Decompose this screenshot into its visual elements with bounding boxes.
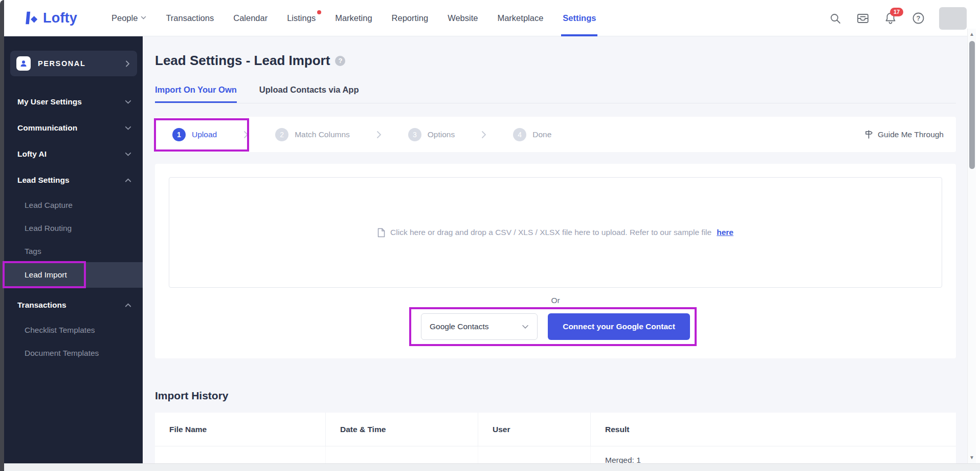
- step-match-columns: 2 Match Columns: [275, 128, 350, 141]
- step-done: 4 Done: [513, 128, 551, 141]
- search-icon[interactable]: [829, 12, 842, 25]
- page-help-icon[interactable]: ?: [335, 56, 345, 66]
- sidebar-item-lead-settings[interactable]: Lead Settings: [4, 169, 143, 191]
- sidebar-item-document-templates[interactable]: Document Templates: [4, 342, 143, 365]
- import-history-table: File Name Date & Time User Result Merged…: [155, 413, 956, 471]
- svg-text:?: ?: [916, 14, 920, 22]
- scroll-up-arrow[interactable]: ▲: [969, 32, 974, 37]
- chevron-up-icon: [125, 303, 131, 308]
- file-dropzone[interactable]: Click here or drag and drop a CSV / XLS …: [169, 177, 942, 288]
- chevron-up-icon: [125, 178, 131, 183]
- sidebar-item-my-user-settings[interactable]: My User Settings: [4, 91, 143, 113]
- nav-item-website[interactable]: Website: [438, 0, 487, 36]
- nav-item-people[interactable]: People: [102, 0, 156, 36]
- listings-notification-dot: [317, 10, 321, 14]
- nav-item-marketplace[interactable]: Marketplace: [487, 0, 553, 36]
- import-stepper: 1 Upload 2 Match Columns 3 Options 4 Don…: [155, 117, 956, 152]
- upload-panel: Click here or drag and drop a CSV / XLS …: [155, 164, 956, 358]
- column-header-user: User: [478, 413, 591, 446]
- sidebar-item-lead-routing[interactable]: Lead Routing: [4, 217, 143, 240]
- vertical-scrollbar-thumb[interactable]: [969, 41, 975, 169]
- nav-item-settings[interactable]: Settings: [553, 0, 606, 36]
- user-avatar[interactable]: [939, 7, 967, 30]
- file-icon: [377, 228, 385, 238]
- tab-import-on-your-own[interactable]: Import On Your Own: [155, 85, 237, 103]
- sidebar-item-transactions[interactable]: Transactions: [4, 294, 143, 316]
- vertical-scrollbar[interactable]: ▲ ▼: [967, 29, 976, 463]
- connect-google-contact-button[interactable]: Connect your Google Contact: [548, 313, 690, 340]
- nav-item-calendar[interactable]: Calendar: [224, 0, 277, 36]
- step-upload: 1 Upload: [172, 128, 217, 141]
- person-icon: [16, 56, 31, 71]
- chevron-right-icon: [481, 131, 486, 139]
- chevron-down-icon: [141, 16, 146, 20]
- chevron-down-icon: [125, 100, 131, 104]
- notification-count-badge: 17: [890, 8, 903, 16]
- table-header-row: File Name Date & Time User Result: [155, 413, 956, 446]
- account-switcher[interactable]: PERSONAL: [10, 51, 137, 76]
- account-name: PERSONAL: [38, 59, 85, 68]
- google-connect-row: Google Contacts Connect your Google Cont…: [155, 313, 956, 340]
- page-title: Lead Settings - Lead Import: [155, 53, 330, 69]
- chevron-down-icon: [125, 126, 131, 131]
- provider-select[interactable]: Google Contacts: [421, 313, 538, 340]
- lofty-logo-text: Lofty: [43, 10, 77, 26]
- inbox-icon[interactable]: [856, 12, 870, 25]
- main-content: Lead Settings - Lead Import ? Import On …: [143, 36, 967, 463]
- lofty-logo-icon: [24, 10, 39, 26]
- notifications-bell-icon[interactable]: 17: [884, 12, 897, 25]
- chevron-down-icon: [125, 152, 131, 157]
- chevron-right-icon: [376, 131, 382, 139]
- column-header-file-name: File Name: [155, 413, 326, 446]
- nav-item-marketing[interactable]: Marketing: [325, 0, 382, 36]
- scroll-down-arrow[interactable]: ▼: [969, 455, 974, 460]
- sidebar-item-communication[interactable]: Communication: [4, 117, 143, 139]
- window-frame-edge: [0, 0, 4, 471]
- sidebar-item-lofty-ai[interactable]: Lofty AI: [4, 143, 143, 165]
- primary-nav: People Transactions Calendar Listings Ma…: [102, 0, 606, 36]
- nav-item-reporting[interactable]: Reporting: [382, 0, 438, 36]
- sidebar-item-lead-capture[interactable]: Lead Capture: [4, 194, 143, 217]
- chevron-right-icon: [125, 60, 130, 67]
- lofty-logo[interactable]: Lofty: [24, 10, 77, 26]
- nav-item-transactions[interactable]: Transactions: [156, 0, 224, 36]
- help-icon[interactable]: ?: [911, 12, 925, 25]
- guide-me-through-button[interactable]: Guide Me Through: [864, 130, 944, 139]
- settings-sidebar: PERSONAL My User Settings Communication …: [4, 36, 143, 463]
- step-options: 3 Options: [408, 128, 455, 141]
- nav-utility-area: 17 ?: [829, 0, 967, 36]
- column-header-date-time: Date & Time: [326, 413, 478, 446]
- window-right-edge: [976, 0, 980, 471]
- horizontal-scrollbar[interactable]: [0, 463, 980, 471]
- import-tabs: Import On Your Own Upload Contacts via A…: [155, 85, 956, 103]
- sidebar-item-tags[interactable]: Tags: [4, 240, 143, 263]
- provider-select-value: Google Contacts: [430, 322, 488, 331]
- app-window: Lofty People Transactions Calendar Listi…: [0, 0, 980, 471]
- signpost-icon: [864, 130, 873, 139]
- nav-item-listings[interactable]: Listings: [277, 0, 325, 36]
- sidebar-item-checklist-templates[interactable]: Checklist Templates: [4, 319, 143, 341]
- chevron-right-icon: [243, 131, 249, 139]
- dropzone-text: Click here or drag and drop a CSV / XLS …: [390, 228, 711, 237]
- sample-file-link[interactable]: here: [717, 228, 733, 237]
- chevron-down-icon: [522, 325, 529, 329]
- tab-upload-contacts-via-app[interactable]: Upload Contacts via App: [259, 85, 359, 103]
- sidebar-item-lead-import[interactable]: Lead Import: [4, 262, 143, 288]
- import-history-title: Import History: [155, 390, 229, 402]
- top-nav: Lofty People Transactions Calendar Listi…: [0, 0, 980, 36]
- or-separator: Or: [155, 296, 956, 305]
- column-header-result: Result: [591, 413, 956, 446]
